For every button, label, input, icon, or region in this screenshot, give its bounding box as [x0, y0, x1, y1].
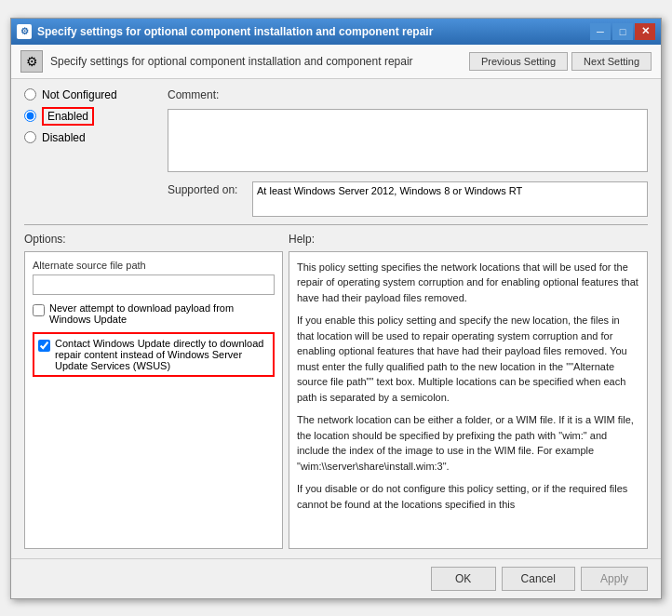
header-buttons: Previous Setting Next Setting — [469, 52, 652, 71]
disabled-label: Disabled — [42, 131, 86, 144]
contact-wu-label: Contact Windows Update directly to downl… — [55, 338, 269, 371]
alt-source-input[interactable] — [33, 275, 275, 295]
not-configured-label: Not Configured — [42, 88, 117, 101]
ok-button[interactable]: OK — [431, 567, 496, 591]
comment-label: Comment: — [168, 88, 648, 101]
right-fields: Comment: Supported on: At least Windows … — [168, 88, 648, 217]
never-download-checkbox[interactable] — [33, 304, 45, 316]
window-title: Specify settings for optional component … — [37, 25, 585, 38]
minimize-button[interactable]: ─ — [590, 23, 611, 40]
radio-enabled[interactable]: Enabled — [24, 107, 155, 126]
never-download-checkbox-item[interactable]: Never attempt to download payload from W… — [33, 302, 275, 325]
close-button[interactable]: ✕ — [635, 23, 655, 40]
help-para-4: If you disable or do not configure this … — [297, 481, 639, 512]
contact-wu-checkbox-item[interactable]: Contact Windows Update directly to downl… — [33, 332, 275, 377]
supported-row: Supported on: At least Windows Server 20… — [168, 181, 648, 217]
supported-label: Supported on: — [168, 181, 247, 196]
contact-wu-checkbox[interactable] — [38, 340, 50, 352]
help-label: Help: — [289, 233, 648, 246]
options-box: Alternate source file path Never attempt… — [24, 251, 283, 549]
comment-input[interactable] — [168, 109, 648, 172]
main-content: Not Configured Enabled Disabled Comment:… — [11, 79, 661, 558]
help-para-3: The network location can be either a fol… — [297, 412, 639, 474]
help-para-2: If you enable this policy setting and sp… — [297, 313, 639, 405]
previous-setting-button[interactable]: Previous Setting — [469, 52, 568, 71]
alt-source-label: Alternate source file path — [33, 260, 275, 271]
help-section: Help: This policy setting specifies the … — [289, 233, 648, 549]
options-section: Options: Alternate source file path Neve… — [24, 233, 283, 549]
title-bar-controls: ─ □ ✕ — [590, 23, 655, 40]
options-label: Options: — [24, 233, 283, 246]
apply-button[interactable]: Apply — [581, 567, 648, 591]
title-bar: ⚙ Specify settings for optional componen… — [11, 19, 661, 45]
never-download-label: Never attempt to download payload from W… — [49, 302, 275, 325]
footer: OK Cancel Apply — [11, 558, 661, 598]
header-description: Specify settings for optional component … — [50, 55, 413, 68]
enabled-label: Enabled — [42, 107, 94, 126]
header-icon: ⚙ — [20, 50, 43, 73]
radio-group: Not Configured Enabled Disabled — [24, 88, 155, 217]
maximize-button[interactable]: □ — [612, 23, 633, 40]
divider — [24, 224, 648, 225]
next-setting-button[interactable]: Next Setting — [571, 52, 652, 71]
radio-not-configured[interactable]: Not Configured — [24, 88, 155, 101]
radio-disabled[interactable]: Disabled — [24, 131, 155, 144]
help-para-1: This policy setting specifies the networ… — [297, 260, 639, 306]
panels-row: Options: Alternate source file path Neve… — [24, 233, 648, 549]
help-text[interactable]: This policy setting specifies the networ… — [289, 252, 647, 548]
main-window: ⚙ Specify settings for optional componen… — [10, 18, 662, 599]
cancel-button[interactable]: Cancel — [502, 567, 575, 591]
top-section: Not Configured Enabled Disabled Comment:… — [24, 88, 648, 217]
header-bar: ⚙ Specify settings for optional componen… — [11, 45, 661, 79]
supported-value: At least Windows Server 2012, Windows 8 … — [252, 181, 648, 217]
help-box: This policy setting specifies the networ… — [289, 251, 648, 549]
header-left: ⚙ Specify settings for optional componen… — [20, 50, 413, 73]
window-icon: ⚙ — [17, 24, 32, 39]
